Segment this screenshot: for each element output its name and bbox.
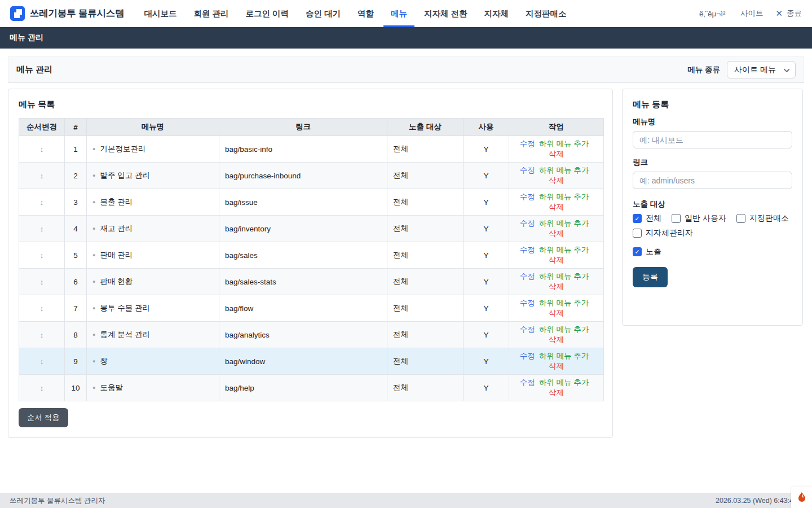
topnav-item-8[interactable]: 지정판매소 (518, 0, 574, 27)
delete-link[interactable]: 삭제 (549, 150, 564, 158)
delete-link[interactable]: 삭제 (549, 309, 564, 317)
edit-link[interactable]: 수정 (520, 139, 535, 148)
main-content: 메뉴 목록 순서변경#메뉴명링크노출 대상사용작업 ↕1●기본정보관리bag/b… (8, 89, 804, 438)
menu-name-input[interactable] (633, 131, 792, 148)
menu-type-select[interactable]: 사이트 메뉴 (727, 61, 796, 78)
actions-cell: 수정하위 메뉴 추가삭제 (509, 242, 604, 269)
checkbox-checked-icon (633, 247, 642, 256)
bullet-icon: ● (92, 146, 95, 152)
apply-order-button[interactable]: 순서 적용 (19, 408, 68, 427)
column-header-3: 링크 (219, 119, 387, 136)
edit-link[interactable]: 수정 (520, 352, 535, 360)
menu-name: 기본정보관리 (100, 144, 145, 153)
drag-handle-icon[interactable]: ↕ (40, 198, 44, 207)
page-title-bar: 메뉴 관리 (0, 27, 812, 49)
edit-link[interactable]: 수정 (520, 378, 535, 387)
table-row: ↕4●재고 관리bag/inventory전체Y수정하위 메뉴 추가삭제 (19, 216, 604, 242)
target-checkbox-3[interactable]: 지자체관리자 (633, 228, 693, 238)
menu-name-cell: ●도움말 (87, 375, 219, 401)
add-submenu-link[interactable]: 하위 메뉴 추가 (539, 378, 589, 387)
sort-cell: ↕ (19, 136, 65, 163)
add-submenu-link[interactable]: 하위 메뉴 추가 (539, 166, 589, 174)
nav-items: 대시보드회원 관리로그인 이력승인 대기역할메뉴지자체 전환지자체지정판매소 (136, 0, 573, 27)
menu-name-cell: ●불출 관리 (87, 189, 219, 216)
delete-link[interactable]: 삭제 (549, 256, 564, 264)
drag-handle-icon[interactable]: ↕ (40, 384, 44, 392)
site-link[interactable]: 사이트 (740, 8, 764, 19)
add-submenu-link[interactable]: 하위 메뉴 추가 (539, 219, 589, 227)
topnav-item-5[interactable]: 메뉴 (383, 0, 414, 27)
visible-checkbox[interactable]: 노출 (633, 247, 792, 257)
menu-name: 통계 분석 관리 (100, 330, 150, 339)
topnav-item-1[interactable]: 회원 관리 (186, 0, 236, 27)
delete-link[interactable]: 삭제 (549, 176, 564, 185)
add-submenu-link[interactable]: 하위 메뉴 추가 (539, 272, 589, 281)
drag-handle-icon[interactable]: ↕ (40, 304, 44, 313)
drag-handle-icon[interactable]: ↕ (40, 172, 44, 180)
drag-handle-icon[interactable]: ↕ (40, 251, 44, 260)
add-submenu-link[interactable]: 하위 메뉴 추가 (539, 246, 589, 254)
actions-cell: 수정하위 메뉴 추가삭제 (509, 348, 604, 375)
topnav-item-7[interactable]: 지자체 (477, 0, 517, 27)
drag-handle-icon[interactable]: ↕ (40, 225, 44, 233)
drag-handle-icon[interactable]: ↕ (40, 145, 44, 154)
edit-link[interactable]: 수정 (520, 299, 535, 307)
debug-toolbar-badge[interactable] (791, 487, 812, 508)
menu-table: 순서변경#메뉴명링크노출 대상사용작업 ↕1●기본정보관리bag/basic-i… (19, 118, 604, 401)
topnav-item-0[interactable]: 대시보드 (136, 0, 184, 27)
menu-link: bag/inventory (219, 216, 387, 242)
drag-handle-icon[interactable]: ↕ (40, 278, 44, 286)
menu-link: bag/purchase-inbound (219, 163, 387, 189)
page-title: 메뉴 관리 (10, 33, 43, 43)
sort-cell: ↕ (19, 216, 65, 242)
edit-link[interactable]: 수정 (520, 325, 535, 334)
delete-link[interactable]: 삭제 (549, 362, 564, 370)
menu-link: bag/window (219, 348, 387, 375)
edit-link[interactable]: 수정 (520, 246, 535, 254)
flame-icon (796, 491, 807, 504)
use-flag: Y (464, 189, 509, 216)
checkbox-unchecked-icon (736, 214, 745, 223)
table-row: ↕1●기본정보관리bag/basic-info전체Y수정하위 메뉴 추가삭제 (19, 136, 604, 163)
delete-link[interactable]: 삭제 (549, 229, 564, 238)
add-submenu-link[interactable]: 하위 메뉴 추가 (539, 299, 589, 307)
edit-link[interactable]: 수정 (520, 192, 535, 201)
drag-handle-icon[interactable]: ↕ (40, 357, 44, 366)
logout-button[interactable]: ✕ 종료 (775, 8, 802, 19)
sort-cell: ↕ (19, 322, 65, 348)
delete-link[interactable]: 삭제 (549, 335, 564, 344)
brand: 쓰레기봉투 물류시스템 (10, 0, 124, 27)
delete-link[interactable]: 삭제 (549, 388, 564, 397)
column-header-6: 작업 (509, 119, 604, 136)
sort-cell: ↕ (19, 189, 65, 216)
edit-link[interactable]: 수정 (520, 166, 535, 174)
menu-register-title: 메뉴 등록 (633, 99, 792, 110)
exposure-target: 전체 (387, 295, 464, 322)
topnav-item-6[interactable]: 지자체 전환 (417, 0, 475, 27)
exposure-target-checkboxes: 전체일반 사용자지정판매소지자체관리자 (633, 213, 792, 238)
delete-link[interactable]: 삭제 (549, 282, 564, 291)
edit-link[interactable]: 수정 (520, 219, 535, 227)
drag-handle-icon[interactable]: ↕ (40, 331, 44, 339)
register-button[interactable]: 등록 (633, 267, 668, 287)
menu-name-cell: ●봉투 수불 관리 (87, 295, 219, 322)
edit-link[interactable]: 수정 (520, 272, 535, 281)
exposure-target: 전체 (387, 348, 464, 375)
topnav-item-4[interactable]: 역할 (350, 0, 381, 27)
topnav-item-3[interactable]: 승인 대기 (298, 0, 348, 27)
checkbox-unchecked-icon (633, 229, 642, 238)
target-checkbox-1-label: 일반 사용자 (685, 213, 726, 224)
topnav-item-2[interactable]: 로그인 이력 (238, 0, 296, 27)
delete-link[interactable]: 삭제 (549, 203, 564, 211)
actions-cell: 수정하위 메뉴 추가삭제 (509, 375, 604, 401)
menu-link-input[interactable] (633, 172, 792, 189)
menu-type-selected-value: 사이트 메뉴 (734, 65, 776, 75)
add-submenu-link[interactable]: 하위 메뉴 추가 (539, 192, 589, 201)
table-row: ↕8●통계 분석 관리bag/analytics전체Y수정하위 메뉴 추가삭제 (19, 322, 604, 348)
add-submenu-link[interactable]: 하위 메뉴 추가 (539, 352, 589, 360)
target-checkbox-2[interactable]: 지정판매소 (736, 213, 789, 224)
add-submenu-link[interactable]: 하위 메뉴 추가 (539, 325, 589, 334)
target-checkbox-0[interactable]: 전체 (633, 213, 661, 224)
target-checkbox-1[interactable]: 일반 사용자 (672, 213, 726, 224)
add-submenu-link[interactable]: 하위 메뉴 추가 (539, 139, 589, 148)
